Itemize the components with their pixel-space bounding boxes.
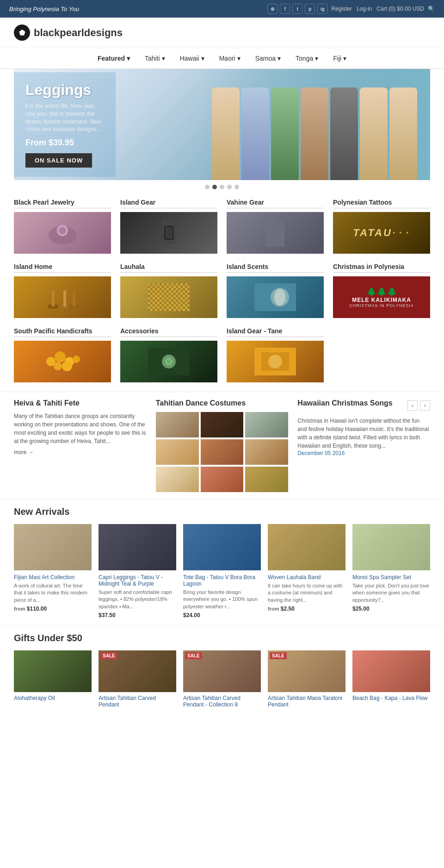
gift-3: SALE Artisan Tahitian Carved Pendant - C…: [183, 650, 261, 708]
product-desc-4: It can take hours to come up with a cost…: [268, 582, 345, 604]
facebook-icon[interactable]: f: [280, 4, 290, 14]
product-price-3: $24.00: [183, 612, 261, 618]
gift-image-3: SALE: [183, 650, 261, 692]
category-island-gear[interactable]: Island Gear: [120, 199, 217, 254]
category-accessories[interactable]: Accessories: [120, 327, 217, 382]
product-desc-5: Take your pick. Don't you just love when…: [352, 582, 430, 604]
header: ⬟ blackpearldesigns: [0, 18, 444, 48]
sale-badge-4: SALE: [270, 652, 287, 659]
figure-6: [360, 87, 388, 180]
blog-hawaiian-title: Hawaiian Christmas Songs: [297, 399, 392, 407]
figure-2: [241, 87, 269, 180]
sale-badge-2: SALE: [100, 652, 117, 659]
nav-item-fiji[interactable]: Fiji ▾: [326, 52, 354, 65]
new-arrivals-title: New Arrivals: [14, 506, 430, 517]
svg-point-24: [54, 362, 62, 370]
gift-4: SALE Artisan Tahitian Maoa Taratoni Pend…: [268, 650, 345, 708]
category-title-home: Island Home: [14, 263, 111, 273]
blog-hawaiian-date[interactable]: December 05 2016: [297, 450, 430, 456]
product-name-3[interactable]: Tote Bag - Tatou V Bora Bora Lagoon: [183, 574, 261, 587]
category-polynesian-tattoos[interactable]: Polynesian Tattoos TATAU ✦ ✦ ✦: [333, 199, 430, 254]
gift-name-4[interactable]: Artisan Tahitian Maoa Taratoni Pendant: [268, 695, 345, 708]
gift-image-5: [352, 650, 430, 692]
gift-name-3[interactable]: Artisan Tahitian Carved Pendant - Collec…: [183, 695, 261, 708]
category-image-gear: [120, 212, 217, 254]
product-price-4: from $2.50: [268, 606, 345, 612]
hero-cta-button[interactable]: ON SALE NOW: [25, 153, 92, 168]
gift-name-1[interactable]: Alohatherapy Oil: [14, 695, 92, 701]
gifts-title: Gifts Under $50: [14, 633, 430, 643]
nav-item-featured[interactable]: Featured ▾: [90, 52, 137, 65]
nav-item-tahiti[interactable]: Tahiti ▾: [137, 52, 173, 65]
product-4: Woven Lauhala Band It can take hours to …: [268, 524, 345, 618]
category-image-christmas: 🌲🌲🌲 MELE KALIKIMAKA CHRISTMAS IN POLYNES…: [333, 276, 430, 318]
gift-image-4: SALE: [268, 650, 345, 692]
blog-hawaiian: Hawaiian Christmas Songs ‹ › Christmas i…: [297, 399, 430, 492]
hero-title: Leggings: [25, 81, 104, 99]
mele-subtitle: CHRISTMAS IN POLYNESIA: [349, 303, 413, 308]
product-1: Fijian Masi Art Collection A work of cul…: [14, 524, 92, 618]
hero-banner: Leggings For the active life. New year, …: [14, 69, 430, 180]
product-name-4[interactable]: Woven Lauhala Band: [268, 574, 345, 581]
category-island-home[interactable]: Island Home: [14, 263, 111, 318]
blog-section: Heiva & Tahiti Fete Many of the Tahitian…: [0, 392, 444, 499]
category-island-gear-tane[interactable]: Island Gear - Tane: [227, 327, 324, 382]
category-lauhala[interactable]: Lauhala: [120, 263, 217, 318]
category-title-vahine: Vahine Gear: [227, 199, 324, 208]
login-link[interactable]: Log-in: [357, 6, 372, 12]
blog-heiva-more[interactable]: more →: [14, 449, 147, 456]
nav-item-maori[interactable]: Maori ▾: [212, 52, 248, 65]
category-vahine-gear[interactable]: Vahine Gear: [227, 199, 324, 254]
figure-4: [301, 87, 328, 180]
product-price-2: $37.50: [99, 612, 176, 618]
gift-name-2[interactable]: Artisan Tahitian Carved Pendant: [99, 695, 176, 708]
dance-img-2: [201, 412, 244, 437]
dot-4[interactable]: [227, 185, 232, 189]
main-nav: Featured ▾ Tahiti ▾ Hawaii ▾ Maori ▾ Sam…: [0, 48, 444, 69]
figure-3: [271, 87, 299, 180]
prev-arrow[interactable]: ‹: [407, 400, 418, 411]
dance-img-6: [245, 439, 288, 465]
product-name-1[interactable]: Fijian Masi Art Collection: [14, 574, 92, 581]
category-south-pacific[interactable]: South Pacific Handicrafts: [14, 327, 111, 382]
next-arrow[interactable]: ›: [420, 400, 430, 411]
category-title-handicrafts: South Pacific Handicrafts: [14, 327, 111, 337]
category-black-pearl-jewelry[interactable]: Black Pearl Jewelry: [14, 199, 111, 254]
category-image-accessories: [120, 341, 217, 382]
product-name-2[interactable]: Capri Leggings - Tatou V - Midnight Teal…: [99, 574, 176, 587]
mele-title: MELE KALIKIMAKA: [352, 297, 411, 303]
category-title-tattoos: Polynesian Tattoos: [333, 199, 430, 208]
register-link[interactable]: Register: [331, 6, 352, 12]
logo[interactable]: ⬟ blackpearldesigns: [14, 25, 430, 41]
nav-item-hawaii[interactable]: Hawaii ▾: [173, 52, 212, 65]
gifts-row: Alohatherapy Oil SALE Artisan Tahitian C…: [14, 650, 430, 708]
dot-1[interactable]: [205, 185, 210, 189]
logo-designs: designs: [84, 27, 123, 38]
dot-2[interactable]: [212, 185, 217, 189]
carousel-dots: [0, 180, 444, 194]
nav-item-tonga[interactable]: Tonga ▾: [288, 52, 326, 65]
category-image-handicrafts: [14, 341, 111, 382]
product-image-5: [352, 524, 430, 570]
dance-img-5: [201, 439, 244, 465]
product-name-5[interactable]: Monoi Spa Sampler Set: [352, 574, 430, 581]
search-icon[interactable]: 🔍: [428, 6, 435, 12]
twitter-icon[interactable]: t: [292, 4, 302, 14]
category-island-scents[interactable]: Island Scents: [227, 263, 324, 318]
svg-point-22: [55, 351, 66, 362]
dot-5[interactable]: [234, 185, 239, 189]
nav-item-samoa[interactable]: Samoa ▾: [248, 52, 288, 65]
blog-hawaiian-text: Christmas in Hawaii isn't complete witho…: [297, 417, 430, 450]
rss-icon[interactable]: ⊕: [267, 4, 278, 14]
figure-5: [330, 87, 358, 180]
pinterest-icon[interactable]: p: [305, 4, 315, 14]
category-christmas-polynesia[interactable]: Christmas in Polynesia 🌲🌲🌲 MELE KALIKIMA…: [333, 263, 430, 318]
dot-3[interactable]: [220, 185, 224, 189]
tatau-main: TATAU: [353, 227, 392, 239]
gift-5: Beach Bag - Kapa - Lava Flow: [352, 650, 430, 708]
cart-link[interactable]: Cart (0) $0.00 USD: [376, 6, 424, 12]
account-links: Register Log-in Cart (0) $0.00 USD: [331, 6, 424, 12]
product-2: Capri Leggings - Tatou V - Midnight Teal…: [99, 524, 176, 618]
gift-name-5[interactable]: Beach Bag - Kapa - Lava Flow: [352, 695, 430, 701]
instagram-icon[interactable]: ig: [317, 4, 327, 14]
